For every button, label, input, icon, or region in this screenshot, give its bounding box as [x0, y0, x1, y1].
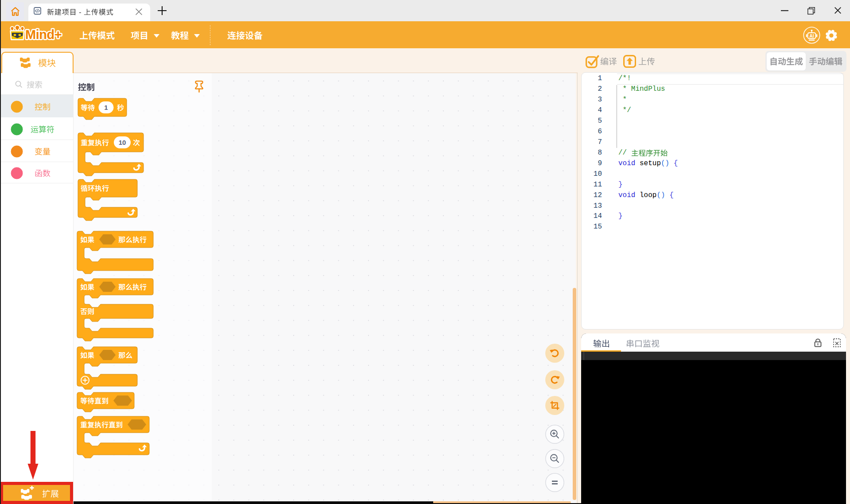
- svg-text:10: 10: [118, 139, 126, 146]
- svg-text:1: 1: [104, 104, 108, 111]
- svg-text:AI: AI: [810, 34, 814, 39]
- svg-text:Mind+: Mind+: [25, 27, 62, 42]
